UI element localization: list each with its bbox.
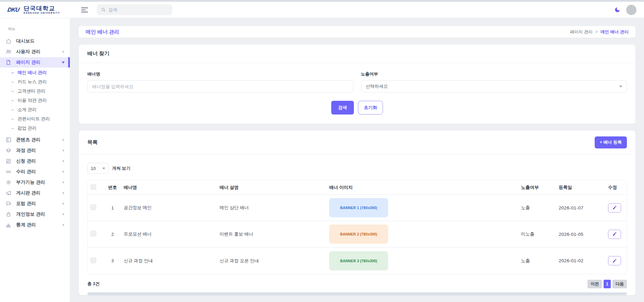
chevron-right-icon	[62, 181, 65, 184]
pagination-next-button[interactable]: 다음	[612, 280, 627, 288]
sidebar-item-forum-management[interactable]: 포럼 관리	[0, 198, 70, 209]
global-search-input[interactable]	[108, 7, 168, 12]
sidebar-subitem-related-sites[interactable]: –관련사이트 관리	[0, 114, 70, 123]
sidebar-subitem-introduction[interactable]: –소개 관리	[0, 105, 70, 114]
banner-desc: 신규 과정 오픈 안내	[218, 258, 327, 264]
banner-name-input[interactable]	[87, 80, 354, 93]
logo-title: 단국대학교	[24, 5, 60, 12]
add-banner-button[interactable]: + 배너 등록	[595, 136, 627, 148]
sidebar-item-application-management[interactable]: 신청 관리	[0, 156, 70, 166]
visibility-field-group: 노출여부 선택하세요	[361, 71, 627, 93]
sidebar-subitem-popup[interactable]: –팝업 관리	[0, 123, 70, 133]
megaphone-icon	[5, 190, 12, 196]
chevron-right-icon	[62, 50, 65, 53]
table-header-row: 번호 배너명 배너 설명 배너 이미지 노출여부 등록일 수정	[88, 180, 627, 195]
table-row: 2 프로모션 배너 이벤트 홍보 배너 BANNER 2 (780x300) 미…	[88, 221, 627, 247]
col-header-desc: 배너 설명	[218, 184, 327, 191]
col-header-edit: 수정	[603, 184, 627, 191]
registered-date: 2026-01-07	[557, 205, 603, 210]
chevron-down-icon	[102, 168, 105, 169]
logo-subtitle: DANKOOK UNIVERSITY	[24, 12, 60, 14]
sidebar-toggle-icon[interactable]	[81, 8, 89, 12]
sidebar-item-board-management[interactable]: 게시판 관리	[0, 188, 70, 198]
sidebar-subitem-main-banner[interactable]: –메인 배너 관리	[0, 68, 70, 77]
sidebar-item-addon-management[interactable]: 부가기능 관리	[0, 177, 70, 188]
registered-date: 2026-01-02	[557, 258, 603, 263]
chevron-right-icon	[62, 223, 65, 227]
sidebar-item-dashboard[interactable]: 대시보드	[0, 36, 70, 46]
dark-mode-toggle[interactable]	[614, 7, 621, 13]
edit-button[interactable]	[608, 203, 621, 213]
users-icon	[5, 49, 12, 55]
global-search[interactable]	[97, 4, 172, 15]
search-button[interactable]: 검색	[331, 101, 354, 114]
pagination-prev-button[interactable]: 이전	[587, 280, 602, 288]
addon-icon	[5, 179, 12, 185]
content-icon	[5, 137, 12, 143]
breadcrumb-parent[interactable]: 페이지 관리	[570, 29, 593, 35]
sidebar-item-page-management[interactable]: 페이지 관리	[0, 57, 70, 68]
pagination: 이전 1 다음	[587, 280, 627, 288]
banner-image-placeholder: BANNER 3 (780x300)	[329, 251, 388, 270]
row-no: 1	[103, 205, 122, 210]
pencil-icon	[612, 205, 617, 210]
sidebar-item-privacy-management[interactable]: 개인정보 관리	[0, 209, 70, 219]
university-logo[interactable]: DKU 단국대학교 DANKOOK UNIVERSITY	[8, 5, 70, 14]
user-avatar[interactable]	[626, 5, 636, 15]
row-no: 2	[103, 232, 122, 237]
page-title: 메인 배너 관리	[86, 29, 119, 35]
banner-name: 프로모션 배너	[122, 231, 218, 237]
sidebar: 메뉴 대시보드 사용자 관리 페이지 관리 –메인 배너 관리 –카드 뉴스 관…	[0, 18, 70, 302]
sidebar-item-course-management[interactable]: 과정 관리	[0, 145, 70, 156]
sidebar-subitem-card-news[interactable]: –카드 뉴스 관리	[0, 77, 70, 86]
bar-chart-icon	[5, 222, 12, 228]
edit-square-icon	[5, 158, 12, 164]
banner-desc: 이벤트 홍보 배너	[218, 231, 327, 237]
page-size-suffix: 개씩 보기	[112, 166, 130, 171]
banner-image-placeholder: BANNER 1 (780x300)	[329, 198, 388, 217]
col-header-name: 배너명	[122, 184, 218, 191]
page-size-select[interactable]: 10	[87, 163, 109, 174]
sidebar-item-repair-management[interactable]: 수리 관리	[0, 167, 70, 177]
chevron-down-icon	[619, 86, 622, 87]
row-checkbox[interactable]	[90, 231, 96, 237]
sidebar-subitem-terms[interactable]: –이용 약관 관리	[0, 96, 70, 105]
sidebar-item-content-management[interactable]: 콘텐츠 관리	[0, 135, 70, 145]
select-all-checkbox[interactable]	[90, 184, 96, 190]
visibility-label: 노출여부	[361, 71, 627, 77]
reset-button[interactable]: 초기화	[358, 101, 383, 114]
visibility-status: 미노출	[519, 231, 557, 237]
sidebar-section-label: 메뉴	[0, 23, 70, 36]
edit-button[interactable]	[608, 256, 621, 265]
sidebar-item-statistics-management[interactable]: 통계 관리	[0, 220, 70, 230]
app-header: DKU 단국대학교 DANKOOK UNIVERSITY	[0, 2, 644, 18]
sidebar-subitem-customer-center[interactable]: –고객센터 관리	[0, 86, 70, 96]
row-checkbox[interactable]	[90, 257, 96, 263]
home-icon	[5, 38, 12, 44]
main-content: 메인 배너 관리 페이지 관리 > 메인 배너 관리 배너 찾기 배너명 노출여…	[70, 18, 644, 302]
banner-name: 공간정보 메인	[122, 205, 218, 211]
banner-search-card: 배너 찾기 배너명 노출여부 선택하세요 검색 초기화	[79, 45, 635, 124]
document-icon	[5, 59, 12, 65]
row-checkbox[interactable]	[90, 204, 96, 210]
dku-logo-mark: DKU	[7, 7, 20, 13]
banner-name: 신규 과정 안내	[122, 258, 218, 264]
sidebar-item-user-management[interactable]: 사용자 관리	[0, 47, 70, 57]
banner-name-label: 배너명	[87, 71, 354, 77]
horizontal-scrollbar[interactable]	[87, 292, 627, 295]
search-icon	[101, 7, 106, 12]
page-title-bar: 메인 배너 관리 페이지 관리 > 메인 배너 관리	[79, 26, 635, 38]
row-no: 3	[103, 258, 122, 263]
edit-button[interactable]	[608, 230, 621, 239]
banner-desc: 메인 상단 배너	[218, 205, 327, 211]
table-row: 3 신규 과정 안내 신규 과정 오픈 안내 BANNER 3 (780x300…	[88, 247, 627, 274]
list-title: 목록	[87, 139, 98, 146]
chevron-down-icon	[61, 61, 65, 64]
chevron-right-icon	[62, 149, 65, 152]
col-header-visibility: 노출여부	[519, 184, 557, 191]
visibility-select[interactable]: 선택하세요	[361, 80, 627, 93]
chevron-right-icon	[62, 159, 65, 163]
breadcrumb-separator: >	[595, 29, 598, 34]
pagination-page-1[interactable]: 1	[604, 280, 611, 288]
breadcrumb: 페이지 관리 > 메인 배너 관리	[570, 29, 629, 35]
